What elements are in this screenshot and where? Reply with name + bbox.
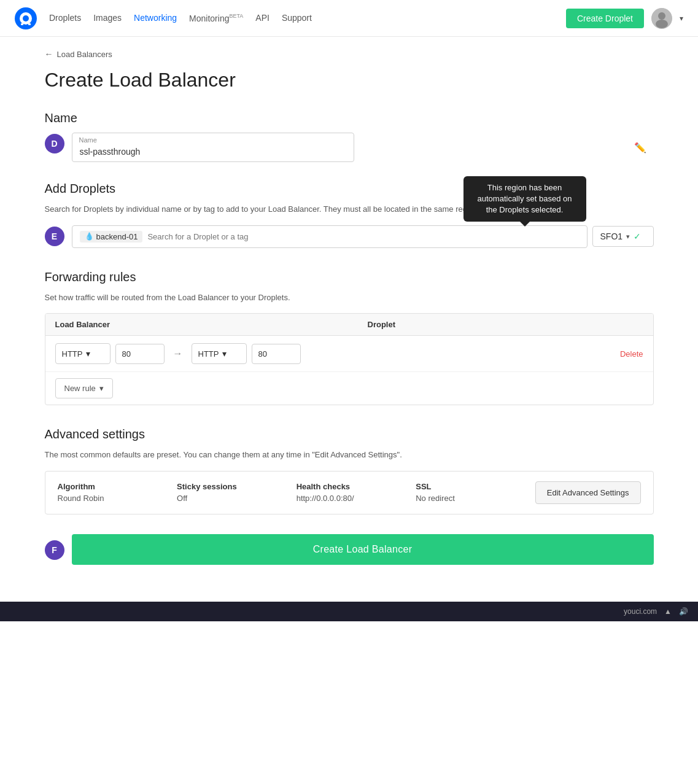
forwarding-desc: Set how traffic will be routed from the … <box>45 292 654 304</box>
nav-droplets[interactable]: Droplets <box>49 13 81 23</box>
nav-networking[interactable]: Networking <box>134 13 177 23</box>
step-d-badge: D <box>45 134 64 153</box>
nav-links: Droplets Images Networking MonitoringBET… <box>49 13 566 23</box>
breadcrumb[interactable]: ← Load Balancers <box>45 49 654 59</box>
edit-icon: ✏️ <box>634 142 646 153</box>
droplet-protocol-select[interactable]: HTTP ▾ <box>192 343 247 364</box>
name-input[interactable] <box>72 133 354 162</box>
page-content: ← Load Balancers Create Load Balancer Na… <box>30 37 669 602</box>
create-droplet-button[interactable]: Create Droplet <box>566 9 644 28</box>
forwarding-rules-section: Forwarding rules Set how traffic will be… <box>45 270 654 406</box>
lb-protocol-select[interactable]: HTTP ▾ <box>55 343 111 364</box>
advanced-settings-title: Advanced settings <box>45 427 654 441</box>
monitoring-beta-badge: BETA <box>229 13 243 19</box>
nav-api[interactable]: API <box>255 13 270 23</box>
svg-point-6 <box>658 12 665 20</box>
adv-ssl-label: SSL <box>416 482 535 491</box>
new-rule-chevron-icon: ▾ <box>99 384 104 393</box>
droplet-tag: 💧 backend-01 <box>80 231 143 243</box>
region-tooltip: This region has been automatically set b… <box>463 176 586 222</box>
forwarding-title: Forwarding rules <box>45 270 654 284</box>
step-e-badge: E <box>45 227 64 246</box>
rules-header-lb: Load Balancer <box>55 320 331 329</box>
avatar[interactable] <box>651 8 672 29</box>
advanced-settings-desc: The most common defaults are preset. You… <box>45 449 654 461</box>
adv-health-col: Health checks http://0.0.0.0:80/ <box>297 482 416 503</box>
adv-ssl-value: No redirect <box>416 494 535 503</box>
adv-ssl-col: SSL No redirect <box>416 482 535 503</box>
region-chevron-icon: ▾ <box>626 233 630 241</box>
navbar-actions: Create Droplet ▾ <box>566 8 683 29</box>
add-droplets-section: Add Droplets Search for Droplets by indi… <box>45 182 654 248</box>
create-load-balancer-button[interactable]: Create Load Balancer <box>72 534 654 565</box>
adv-health-label: Health checks <box>297 482 416 491</box>
footer-bar: youci.com ▲ 🔊 <box>0 602 698 621</box>
avatar-chevron-icon[interactable]: ▾ <box>680 14 683 23</box>
adv-algorithm-label: Algorithm <box>58 482 177 491</box>
adv-sticky-label: Sticky sessions <box>177 482 297 491</box>
rules-table: Load Balancer Droplet HTTP ▾ → HTTP ▾ De… <box>45 313 654 405</box>
name-field-wrapper: Name ✏️ <box>72 133 654 162</box>
svg-point-7 <box>656 20 668 28</box>
footer-text: youci.com <box>624 607 657 616</box>
droplet-tag-label: backend-01 <box>96 232 138 241</box>
new-rule-label: New rule <box>64 384 96 393</box>
lb-protocol-text: HTTP <box>62 349 83 359</box>
name-input-wrapper: Name ✏️ <box>72 133 654 162</box>
new-rule-row: New rule ▾ <box>45 372 653 405</box>
page-title: Create Load Balancer <box>45 69 654 91</box>
droplet-search-content: 💧 backend-01 SFO1 ▾ ✓ This region has be… <box>72 225 654 248</box>
droplet-search-input[interactable] <box>147 232 579 241</box>
name-section-title: Name <box>45 111 654 125</box>
svg-rect-3 <box>21 23 23 25</box>
nav-images[interactable]: Images <box>93 13 122 23</box>
adv-sticky-value: Off <box>177 494 297 503</box>
delete-rule-button[interactable]: Delete <box>620 349 643 359</box>
navbar: Droplets Images Networking MonitoringBET… <box>0 0 698 37</box>
new-rule-button[interactable]: New rule ▾ <box>55 378 113 398</box>
name-section: Name D Name ✏️ <box>45 111 654 162</box>
svg-rect-4 <box>28 23 31 25</box>
table-row: HTTP ▾ → HTTP ▾ Delete <box>45 336 653 372</box>
create-lb-section: F Create Load Balancer <box>45 534 654 565</box>
edit-advanced-settings-button[interactable]: Edit Advanced Settings <box>535 481 641 504</box>
advanced-settings-section: Advanced settings The most common defaul… <box>45 427 654 514</box>
region-selector[interactable]: SFO1 ▾ ✓ <box>592 226 654 247</box>
lb-port-input[interactable] <box>115 344 165 364</box>
name-input-label: Name <box>79 136 97 144</box>
breadcrumb-arrow-icon: ← <box>45 49 53 59</box>
footer-icon-1: ▲ <box>664 607 672 616</box>
arrow-icon: → <box>169 348 187 359</box>
droplet-search-box[interactable]: 💧 backend-01 <box>72 225 587 248</box>
droplet-protocol-chevron-icon: ▾ <box>222 349 227 359</box>
adv-sticky-col: Sticky sessions Off <box>177 482 297 503</box>
footer-icon-2: 🔊 <box>679 607 688 616</box>
lb-protocol-chevron-icon: ▾ <box>86 349 90 359</box>
svg-point-2 <box>23 15 29 21</box>
logo[interactable] <box>15 7 37 29</box>
nav-support[interactable]: Support <box>282 13 312 23</box>
droplet-search-row: 💧 backend-01 SFO1 ▾ ✓ This region has be… <box>72 225 654 248</box>
breadcrumb-label: Load Balancers <box>57 50 112 59</box>
region-text: SFO1 <box>600 231 623 241</box>
rules-header: Load Balancer Droplet <box>45 314 653 336</box>
adv-health-value: http://0.0.0.0:80/ <box>297 494 416 503</box>
adv-algorithm-col: Algorithm Round Robin <box>58 482 177 503</box>
droplet-tag-icon: 💧 <box>85 232 94 241</box>
advanced-settings-table: Algorithm Round Robin Sticky sessions Of… <box>45 471 654 514</box>
droplet-protocol-text: HTTP <box>198 349 219 359</box>
nav-monitoring[interactable]: MonitoringBETA <box>189 13 243 23</box>
adv-algorithm-value: Round Robin <box>58 494 177 503</box>
droplet-port-input[interactable] <box>252 344 301 364</box>
step-f-badge: F <box>45 540 64 560</box>
rules-header-droplet: Droplet <box>331 320 643 329</box>
region-check-icon: ✓ <box>634 231 641 241</box>
